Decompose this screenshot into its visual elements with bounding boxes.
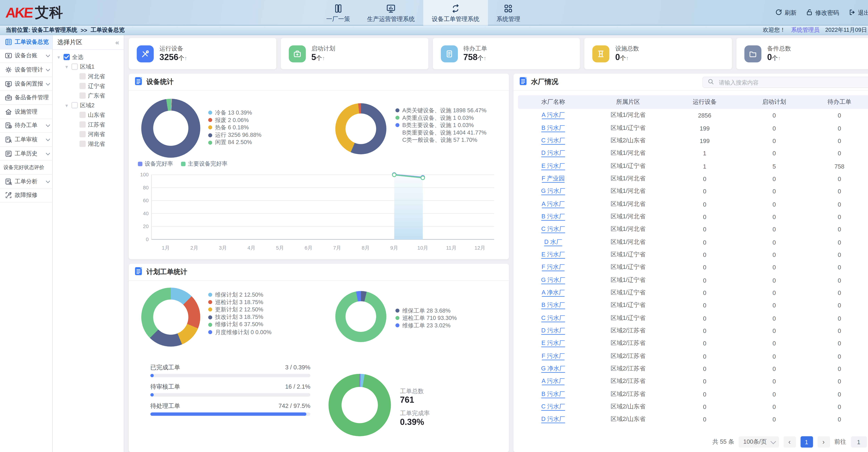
tree-node-辽宁省[interactable]: 辽宁省	[53, 81, 124, 91]
legend-item-热备[interactable]: 热备 6 0.18%	[208, 124, 261, 131]
plant-link[interactable]: G 净水厂	[541, 365, 565, 373]
plant-link[interactable]: B 污水厂	[541, 301, 565, 309]
sidebar-item-故障报修[interactable]: 故障报修	[0, 189, 52, 202]
sidebar-item-备品备件管理[interactable]: 备品备件管理	[0, 91, 52, 105]
line-legend-设备完好率[interactable]: 设备完好率	[138, 160, 173, 168]
checkbox[interactable]	[80, 93, 86, 99]
plant-link[interactable]: C 污水厂	[541, 225, 565, 233]
search-input[interactable]	[718, 78, 868, 86]
checkbox[interactable]	[80, 83, 86, 89]
legend-item-月度维修计划[interactable]: 月度维修计划 0 0.00%	[208, 328, 271, 336]
tree-node-区域1[interactable]: ▾区域1	[53, 62, 124, 71]
plant-link[interactable]: B 污水厂	[541, 213, 565, 221]
tree-node-全选[interactable]: ▾全选	[53, 52, 124, 62]
tree-node-湖北省[interactable]: 湖北省	[53, 139, 124, 149]
checkbox[interactable]	[80, 141, 86, 147]
sidebar-item-设施管理[interactable]: 设施管理	[0, 105, 52, 119]
plant-link[interactable]: F 污水厂	[541, 263, 565, 271]
plant-link[interactable]: B 污水厂	[541, 124, 565, 132]
sidebar-item-设备闲置报废[interactable]: 设备闲置报废	[0, 77, 52, 91]
tab-一厂一策[interactable]: 一厂一策	[318, 0, 359, 26]
checkbox[interactable]	[80, 112, 86, 118]
plant-link[interactable]: F 产业园	[541, 174, 565, 183]
caret-down-icon[interactable]: ▾	[64, 102, 69, 108]
sidebar-item-工单分析[interactable]: 工单分析	[0, 174, 52, 189]
plant-link[interactable]: A 污水厂	[541, 200, 565, 208]
legend-item-更新计划[interactable]: 更新计划 2 12.50%	[208, 306, 271, 314]
tree-node-江苏省[interactable]: 江苏省	[53, 120, 124, 129]
sidebar-item-设备台账[interactable]: 设备台账	[0, 49, 52, 63]
legend-item-B类主要设备、设施[interactable]: B类主要设备、设施 1 0.03%	[396, 122, 487, 129]
legend-item-维保工单[interactable]: 维保工单 28 3.68%	[396, 307, 457, 314]
plant-link[interactable]: A 净水厂	[541, 289, 565, 297]
legend-item-闲置[interactable]: 闲置 84 2.50%	[208, 139, 261, 146]
checkbox[interactable]	[80, 131, 86, 137]
sidebar-item-设备完好状态评价[interactable]: 设备完好状态评价	[0, 161, 52, 174]
tab-设备工单管理系统[interactable]: 设备工单管理系统	[423, 0, 488, 26]
legend-item-C类一般设备、设施[interactable]: C类一般设备、设施 57 1.70%	[396, 137, 487, 144]
tab-系统管理[interactable]: 系统管理	[488, 0, 529, 26]
collapse-panel-icon[interactable]: «	[115, 38, 119, 46]
legend-item-维修工单[interactable]: 维修工单 23 3.02%	[396, 322, 457, 329]
plant-link[interactable]: G 污水厂	[541, 276, 565, 284]
sidebar-item-设备管理计划[interactable]: 设备管理计划	[0, 63, 52, 77]
wrench-icon	[4, 191, 12, 199]
next-page-button[interactable]: ›	[817, 436, 830, 448]
sidebar-item-工单审核[interactable]: 工单审核	[0, 133, 52, 147]
plant-link[interactable]: E 污水厂	[541, 340, 565, 348]
action-退出登录[interactable]: 退出登录	[848, 8, 868, 17]
legend-item-巡检工单[interactable]: 巡检工单 710 93.30%	[396, 314, 457, 322]
sidebar-item-工单历史[interactable]: 工单历史	[0, 147, 52, 161]
plant-link[interactable]: C 污水厂	[541, 137, 565, 144]
action-刷新[interactable]: 刷新	[775, 8, 797, 17]
prev-page-button[interactable]: ‹	[783, 436, 796, 448]
caret-down-icon[interactable]: ▾	[56, 54, 61, 60]
plant-link[interactable]: D 污水厂	[541, 327, 565, 335]
page-size-select[interactable]: 100条/页	[739, 436, 779, 448]
legend-item-运行[interactable]: 运行 3256 96.88%	[208, 131, 261, 139]
plant-link[interactable]: C 污水厂	[541, 403, 565, 411]
caret-down-icon[interactable]: ▾	[64, 64, 69, 70]
legend-item-A类关键设备、设施[interactable]: A类关键设备、设施 1898 56.47%	[396, 106, 487, 114]
current-user-link[interactable]: 系统管理员	[791, 26, 819, 34]
tree-node-河北省[interactable]: 河北省	[53, 71, 124, 81]
plant-link[interactable]: B 污水厂	[541, 390, 565, 398]
plant-link[interactable]: C 污水厂	[541, 314, 565, 322]
legend-item-报废[interactable]: 报废 2 0.06%	[208, 117, 261, 124]
line-legend-主要设备完好率[interactable]: 主要设备完好率	[181, 160, 227, 168]
plant-link[interactable]: F 污水厂	[541, 352, 565, 360]
current-page-button[interactable]: 1	[800, 436, 813, 448]
plant-link[interactable]: E 污水厂	[541, 251, 565, 259]
checkbox[interactable]	[71, 102, 78, 108]
action-修改密码[interactable]: 修改密码	[806, 8, 839, 17]
checkbox[interactable]	[80, 121, 86, 128]
goto-page-input[interactable]	[851, 436, 867, 448]
checkbox[interactable]	[80, 73, 86, 79]
plant-link[interactable]: D 污水厂	[541, 149, 565, 157]
legend-item-冷备[interactable]: 冷备 13 0.39%	[208, 109, 261, 116]
plan-type-donut-chart	[141, 288, 200, 347]
plant-link[interactable]: E 污水厂	[541, 162, 565, 170]
checkbox[interactable]	[64, 54, 70, 60]
legend-item-维保计划[interactable]: 维保计划 2 12.50%	[208, 291, 271, 298]
legend-item-技改计划[interactable]: 技改计划 3 18.75%	[208, 314, 271, 321]
plant-link[interactable]: A 污水厂	[541, 111, 565, 119]
checkbox[interactable]	[71, 64, 78, 70]
plant-link[interactable]: A 污水厂	[541, 378, 565, 386]
tree-node-区域2[interactable]: ▾区域2	[53, 100, 124, 110]
tab-生产运营管理系统[interactable]: 生产运营管理系统	[359, 0, 424, 26]
legend-item-维修计划[interactable]: 维修计划 6 37.50%	[208, 321, 271, 328]
legend-item-A类重点设备、设施[interactable]: A类重点设备、设施 1 0.03%	[396, 114, 487, 122]
tree-node-广东省[interactable]: 广东省	[53, 91, 124, 100]
legend-item-巡检计划[interactable]: 巡检计划 3 18.75%	[208, 298, 271, 306]
tree-node-河南省[interactable]: 河南省	[53, 129, 124, 139]
legend-item-B类重要设备、设施[interactable]: B类重要设备、设施 1404 41.77%	[396, 129, 487, 137]
plant-link[interactable]: D 水厂	[544, 238, 562, 246]
sidebar-item-待办工单[interactable]: 待办工单	[0, 119, 52, 133]
plant-search-box[interactable]	[702, 76, 868, 88]
plant-link[interactable]: G 污水厂	[541, 187, 565, 195]
tree-node-山东省[interactable]: 山东省	[53, 110, 124, 120]
sidebar-item-工单设备总览[interactable]: 工单设备总览	[0, 35, 52, 49]
district-tree: ▾全选▾区域1河北省辽宁省广东省▾区域2山东省江苏省河南省湖北省	[53, 50, 124, 149]
plant-link[interactable]: D 污水厂	[541, 416, 565, 423]
